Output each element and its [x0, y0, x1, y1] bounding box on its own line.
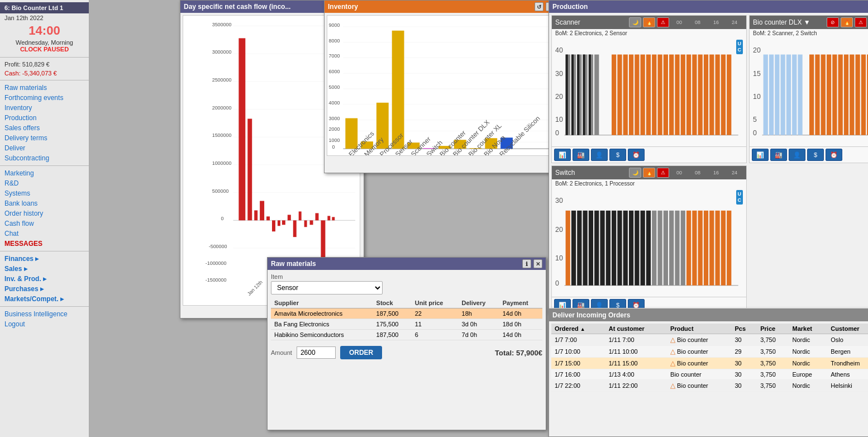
moon-icon[interactable]: 🌙 [629, 17, 641, 27]
switch-icons: 🌙 🔥 ⚠ 00 08 16 24 [629, 168, 743, 178]
svg-rect-114 [698, 55, 703, 135]
sidebar-item-orderhistory[interactable]: Order history [0, 208, 89, 218]
fire-icon3[interactable]: 🔥 [643, 168, 655, 178]
col-atcustomer[interactable]: At customer [605, 324, 667, 334]
svg-text:0: 0 [332, 144, 335, 150]
col-pcs[interactable]: Pcs [732, 324, 757, 334]
scanner-clock-icon[interactable]: ⏰ [628, 149, 645, 161]
table-row[interactable]: 1/7 10:00 1/11 10:00 △ Bio counter 29 3,… [551, 346, 868, 358]
sidebar-item-bankloans[interactable]: Bank loans [0, 198, 89, 208]
svg-rect-112 [686, 55, 691, 135]
biocounterdlx-clock-icon[interactable]: ⏰ [826, 149, 842, 161]
col-ordered[interactable]: Ordered ▲ [551, 324, 605, 334]
biocounterdlx-person-icon[interactable]: 👤 [789, 149, 805, 161]
inventory-refresh-button[interactable]: ↺ [535, 2, 543, 11]
svg-rect-165 [600, 211, 604, 286]
sidebar-item-forthcoming[interactable]: Forthcoming events [0, 93, 89, 103]
sidebar-item-rd[interactable]: R&D [0, 178, 89, 188]
biocounterdlx-dollar-icon[interactable]: $ [807, 149, 824, 161]
production-titlebar[interactable]: Production ℹ ✕ [549, 1, 868, 13]
supplier-name: Amavita Microelectronics [271, 308, 373, 319]
switch-factory-icon[interactable]: 🏭 [573, 299, 589, 308]
switch-dollar-icon[interactable]: $ [609, 299, 626, 308]
customer-name: Helsinki [827, 380, 868, 392]
svg-text:2000: 2000 [329, 126, 340, 132]
col-customer[interactable]: Customer [827, 324, 868, 334]
switch-name: Switch [555, 169, 575, 177]
sidebar-item-rawmaterials[interactable]: Raw materials [0, 83, 89, 93]
col-product[interactable]: Product [667, 324, 731, 334]
sidebar-item-inventory[interactable]: Inventory [0, 103, 89, 113]
supplier-name: Ba Fang Electronics [271, 319, 373, 330]
scanner-factory-icon[interactable]: 🏭 [573, 149, 589, 161]
sidebar-item-deliver[interactable]: Deliver [0, 143, 89, 153]
sidebar-item-logout[interactable]: Logout [0, 319, 89, 329]
svg-rect-96 [577, 55, 579, 135]
biocounterdlx-chart-icon[interactable]: 📊 [752, 149, 769, 161]
svg-text:Recyclable Silicon: Recyclable Silicon [498, 115, 541, 155]
biocounterdlx-factory-icon[interactable]: 🏭 [770, 149, 787, 161]
stock-value: 175,500 [373, 319, 412, 330]
svg-text:-1500000: -1500000 [206, 277, 227, 283]
table-row[interactable]: 1/7 7:00 1/11 7:00 △ Bio counter 30 3,75… [551, 334, 868, 346]
table-row[interactable]: Ba Fang Electronics 175,500 11 3d 0h 18d… [271, 319, 542, 330]
amount-input[interactable] [297, 346, 336, 359]
sidebar-item-production[interactable]: Production [0, 113, 89, 123]
svg-rect-180 [686, 211, 691, 286]
rawmaterials-info-button[interactable]: ℹ [522, 259, 531, 268]
sidebar-item-businessintelligence[interactable]: Business Intelligence [0, 309, 89, 319]
production-card-biocounterdlx: Bio counter DLX ▼ ⊘ 🔥 ⚠ 00 08 16 24 BoM:… [749, 15, 868, 163]
moon-icon2[interactable]: 🌙 [629, 168, 641, 178]
scanner-chart-icon[interactable]: 📊 [554, 149, 571, 161]
scanner-person-icon[interactable]: 👤 [591, 149, 608, 161]
deliver-table: Ordered ▲ At customer Product Pcs Price … [551, 324, 868, 392]
product-name: Bio counter [667, 369, 731, 380]
sidebar-item-salesoffers[interactable]: Sales offers [0, 123, 89, 133]
table-row[interactable]: 1/7 16:00 1/13 4:00 Bio counter 30 3,750… [551, 369, 868, 380]
col-market[interactable]: Market [789, 324, 827, 334]
sidebar-section-invprod[interactable]: Inv. & Prod. ▸ [0, 274, 89, 284]
sidebar-item-chat[interactable]: Chat [0, 229, 89, 239]
col-price[interactable]: Price [757, 324, 789, 334]
sidebar-item-cashflow[interactable]: Cash flow [0, 218, 89, 229]
table-row[interactable]: Habikino Semiconductors 187,500 6 7d 0h … [271, 330, 542, 340]
table-row[interactable]: 1/7 22:00 1/11 22:00 △ Bio counter 30 3,… [551, 380, 868, 392]
svg-text:1000000: 1000000 [212, 160, 232, 166]
item-select[interactable]: Sensor Electronics Memory Processor [271, 281, 383, 294]
rawmaterials-titlebar[interactable]: Raw materials ℹ ✕ [268, 258, 546, 270]
switch-chart-icon[interactable]: 📊 [554, 299, 571, 308]
sidebar-item-deliveryterms[interactable]: Delivery terms [0, 133, 89, 143]
fire-icon2[interactable]: 🔥 [841, 17, 853, 27]
sidebar-item-messages[interactable]: MESSAGES [0, 239, 89, 249]
scanner-dollar-icon[interactable]: $ [609, 149, 626, 161]
order-button[interactable]: ORDER [340, 346, 382, 359]
rawmaterials-close-button[interactable]: ✕ [533, 259, 542, 268]
fire-icon[interactable]: 🔥 [643, 17, 655, 27]
sidebar-item-subcontracting[interactable]: Subcontracting [0, 153, 89, 163]
deliver-titlebar[interactable]: Deliver Incoming Orders ℹ ✕ [549, 309, 868, 321]
table-row[interactable]: 1/7 15:00 1/11 15:00 △ Bio counter 30 3,… [551, 358, 868, 369]
svg-text:20: 20 [753, 46, 761, 54]
forbidden-icon[interactable]: ⊘ [827, 17, 839, 27]
inventory-titlebar[interactable]: Inventory ↺ ✕ [325, 1, 558, 13]
biocounterdlx-icons: ⊘ 🔥 ⚠ 00 08 16 24 [827, 17, 868, 27]
svg-rect-126 [764, 55, 768, 135]
sidebar-section-finances[interactable]: Finances ▸ [0, 254, 89, 264]
sidebar-section-markets[interactable]: Markets/Compet. ▸ [0, 294, 89, 304]
svg-text:-500000: -500000 [209, 244, 227, 249]
atcustomer-time: 1/11 15:00 [605, 358, 667, 369]
warning-icon3[interactable]: ⚠ [657, 168, 669, 178]
warning-icon2[interactable]: ⚠ [855, 17, 867, 27]
sidebar-section-sales[interactable]: Sales ▸ [0, 264, 89, 274]
svg-rect-178 [675, 211, 679, 286]
sidebar-section-purchases[interactable]: Purchases ▸ [0, 284, 89, 294]
switch-person-icon[interactable]: 👤 [591, 299, 608, 308]
sidebar-item-marketing[interactable]: Marketing [0, 168, 89, 178]
switch-clock-icon[interactable]: ⏰ [628, 299, 645, 308]
svg-rect-184 [709, 211, 714, 286]
table-row[interactable]: Amavita Microelectronics 187,500 22 18h … [271, 308, 542, 319]
warning-icon[interactable]: ⚠ [657, 17, 669, 27]
svg-rect-162 [583, 211, 588, 286]
sidebar-item-systems[interactable]: Systems [0, 188, 89, 198]
svg-text:30: 30 [555, 70, 563, 78]
